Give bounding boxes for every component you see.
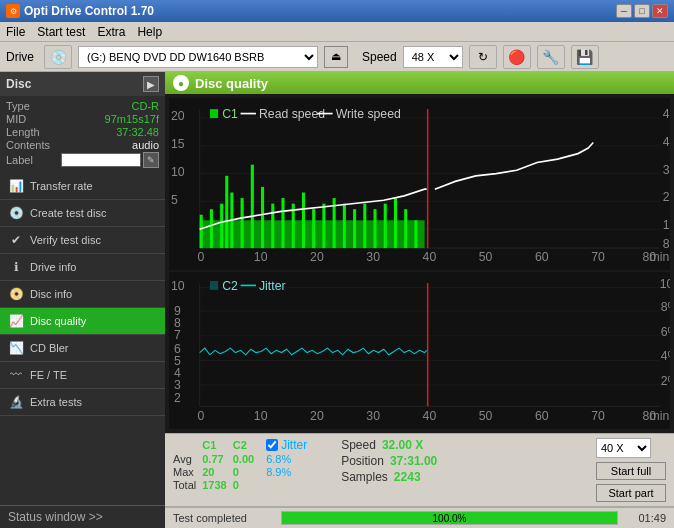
sidebar-item-disc-info[interactable]: 📀 Disc info	[0, 281, 165, 308]
sidebar-item-disc-quality[interactable]: 📈 Disc quality	[0, 308, 165, 335]
stats-bar: C1 C2 Jitter Avg 0.77 0.00	[165, 433, 674, 506]
svg-rect-37	[261, 187, 264, 248]
sidebar-item-transfer-rate-label: Transfer rate	[30, 180, 93, 192]
sidebar-item-drive-info-label: Drive info	[30, 261, 76, 273]
stats-total-row: Total 1738 0	[173, 479, 313, 492]
speed-select2[interactable]: 40 X	[596, 438, 651, 458]
svg-text:C2: C2	[222, 278, 238, 294]
menu-file[interactable]: File	[6, 25, 25, 39]
disc-nav-button[interactable]: ▶	[143, 76, 159, 92]
speed-select-row: 40 X	[596, 438, 666, 458]
svg-text:10: 10	[254, 249, 268, 265]
svg-rect-35	[241, 198, 244, 248]
sidebar-item-cd-bler[interactable]: 📉 CD Bler	[0, 335, 165, 362]
reset-button[interactable]: 🔴	[503, 45, 531, 69]
save-button[interactable]: 💾	[571, 45, 599, 69]
svg-text:0: 0	[198, 249, 205, 265]
disc-label-input[interactable]	[61, 153, 141, 167]
charts-area: 20 15 10 5 0 10 20 30 40 50	[165, 94, 674, 433]
stats-total-label: Total	[173, 479, 202, 492]
stats-empty-header	[173, 438, 202, 453]
speed-label: Speed	[362, 50, 397, 64]
disc-quality-header: ● Disc quality	[165, 72, 674, 94]
stats-c1-header: C1	[202, 438, 232, 453]
sidebar-item-extra-tests[interactable]: 🔬 Extra tests	[0, 389, 165, 416]
stats-table: C1 C2 Jitter Avg 0.77 0.00	[173, 438, 313, 492]
title-bar-controls: ─ □ ✕	[616, 4, 668, 18]
sidebar-item-fe-te[interactable]: 〰 FE / TE	[0, 362, 165, 389]
maximize-button[interactable]: □	[634, 4, 650, 18]
close-button[interactable]: ✕	[652, 4, 668, 18]
disc-mid-label: MID	[6, 113, 26, 125]
svg-rect-92	[210, 281, 218, 290]
content-area: ● Disc quality 20 15 10 5	[165, 72, 674, 528]
svg-text:32X: 32X	[663, 161, 670, 177]
sidebar-item-transfer-rate[interactable]: 📊 Transfer rate	[0, 173, 165, 200]
svg-text:Jitter: Jitter	[259, 278, 286, 294]
disc-label-edit-button[interactable]: ✎	[143, 152, 159, 168]
position-row: Position 37:31.00	[341, 454, 437, 468]
stats-total-c2: 0	[233, 479, 260, 492]
minimize-button[interactable]: ─	[616, 4, 632, 18]
svg-text:20: 20	[310, 408, 324, 424]
svg-rect-52	[414, 220, 417, 248]
disc-mid-value: 97m15s17f	[105, 113, 159, 125]
status-window-bar[interactable]: Status window >>	[0, 505, 165, 528]
svg-rect-33	[225, 176, 228, 248]
speed-info-value: 32.00 X	[382, 438, 423, 452]
sidebar-item-fe-te-label: FE / TE	[30, 369, 67, 381]
time-display: 01:49	[626, 512, 666, 524]
svg-text:2%: 2%	[661, 373, 670, 389]
fe-te-icon: 〰	[8, 367, 24, 383]
app-icon: ⚙	[6, 4, 20, 18]
svg-rect-43	[322, 204, 325, 248]
svg-rect-39	[281, 198, 284, 248]
sidebar-item-disc-quality-label: Disc quality	[30, 315, 86, 327]
svg-text:0: 0	[198, 408, 205, 424]
svg-text:8%: 8%	[661, 299, 670, 315]
menu-bar: File Start test Extra Help	[0, 22, 674, 42]
status-bar: Test completed 100.0% 01:49	[165, 506, 674, 528]
drive-icon-btn[interactable]: 💿	[44, 45, 72, 69]
svg-text:50: 50	[479, 408, 493, 424]
svg-text:8X: 8X	[663, 236, 670, 252]
sidebar-item-create-test-disc[interactable]: 💿 Create test disc	[0, 200, 165, 227]
eject-button[interactable]: ⏏	[324, 46, 348, 68]
chart1-svg: 20 15 10 5 0 10 20 30 40 50	[169, 98, 670, 270]
stats-max-row: Max 20 0 8.9%	[173, 466, 313, 479]
disc-contents-row: Contents audio	[6, 139, 159, 151]
position-label: Position	[341, 454, 384, 468]
svg-rect-47	[363, 204, 366, 248]
menu-help[interactable]: Help	[137, 25, 162, 39]
chart2-container: 10 9 8 7 6 5 4 3 2 0 10	[169, 272, 670, 429]
position-value: 37:31.00	[390, 454, 437, 468]
sidebar-item-drive-info[interactable]: ℹ Drive info	[0, 254, 165, 281]
svg-rect-38	[271, 204, 274, 248]
menu-extra[interactable]: Extra	[97, 25, 125, 39]
svg-text:20: 20	[171, 108, 185, 124]
jitter-checkbox[interactable]	[266, 439, 278, 451]
disc-type-value: CD-R	[132, 100, 160, 112]
svg-text:10: 10	[171, 163, 185, 179]
menu-start-test[interactable]: Start test	[37, 25, 85, 39]
svg-rect-36	[251, 165, 254, 248]
start-full-button[interactable]: Start full	[596, 462, 666, 480]
samples-row: Samples 2243	[341, 470, 437, 484]
drive-select[interactable]: (G:) BENQ DVD DD DW1640 BSRB	[78, 46, 318, 68]
verify-test-disc-icon: ✔	[8, 232, 24, 248]
disc-info-panel: Type CD-R MID 97m15s17f Length 37:32.48 …	[0, 96, 165, 173]
progress-text: 100.0%	[282, 512, 617, 526]
speed-controls: 40 X Start full Start part	[596, 438, 666, 502]
svg-rect-51	[404, 209, 407, 248]
speed-select[interactable]: 48 X	[403, 46, 463, 68]
settings-button[interactable]: 🔧	[537, 45, 565, 69]
svg-text:Write speed: Write speed	[336, 106, 401, 122]
drive-label: Drive	[6, 50, 34, 64]
svg-text:16X: 16X	[663, 217, 670, 233]
sidebar-item-verify-test-disc[interactable]: ✔ Verify test disc	[0, 227, 165, 254]
svg-text:30: 30	[366, 408, 380, 424]
refresh-button[interactable]: ↻	[469, 45, 497, 69]
disc-length-label: Length	[6, 126, 40, 138]
svg-text:min: min	[650, 249, 670, 265]
start-part-button[interactable]: Start part	[596, 484, 666, 502]
